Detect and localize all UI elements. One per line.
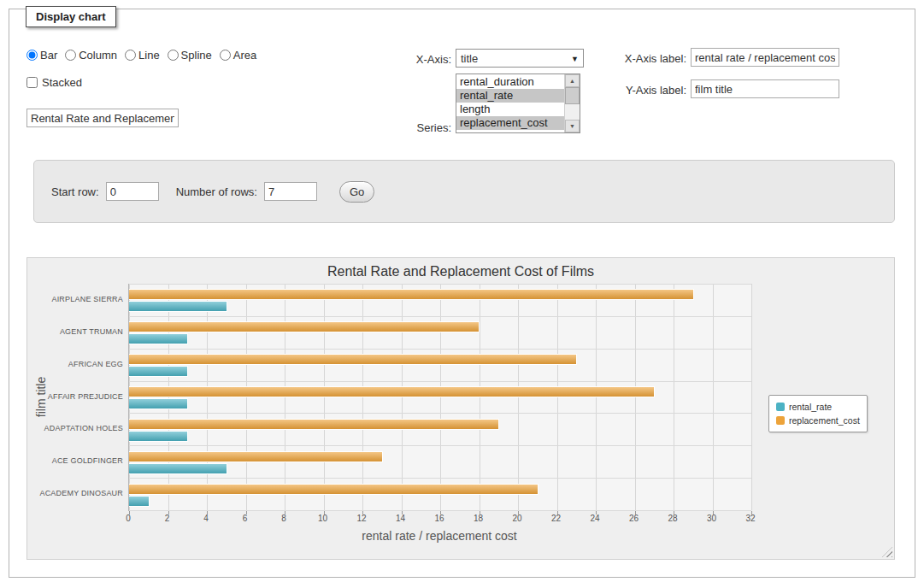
radio-label: Bar <box>40 49 57 62</box>
bar-replacement_cost <box>129 354 577 365</box>
bar-replacement_cost <box>129 321 480 332</box>
category-label: ADAPTATION HOLES <box>27 424 123 432</box>
radio-label: Spline <box>181 49 212 62</box>
legend-swatch-icon <box>776 416 785 425</box>
bar-rental_rate <box>129 431 188 442</box>
radio-spline[interactable] <box>168 50 179 61</box>
row-controls-panel: Start row: Number of rows: Go <box>33 160 895 223</box>
tick-label: 0 <box>126 514 131 523</box>
tick-label: 10 <box>318 514 327 523</box>
scroll-up-icon[interactable]: ▲ <box>565 74 580 87</box>
chart-type-option-column[interactable]: Column <box>65 49 117 62</box>
category-label: AGENT TRUMAN <box>27 327 123 336</box>
bar-replacement_cost <box>129 419 499 430</box>
category-label: ACADEMY DINOSAUR <box>27 489 123 497</box>
tick-label: 16 <box>434 514 444 523</box>
gridline <box>751 284 752 510</box>
chart-xaxis-title: rental rate / replacement cost <box>128 529 750 543</box>
gridline <box>129 349 751 350</box>
scroll-down-icon[interactable]: ▼ <box>565 120 580 132</box>
series-option-length[interactable]: length <box>456 103 565 116</box>
legend-entry-replacement_cost[interactable]: replacement_cost <box>776 414 860 427</box>
chart-legend: rental_ratereplacement_cost <box>768 395 868 432</box>
xaxis-tick-labels: 02468101214161820222426283032 <box>27 514 894 524</box>
series-options: rental_durationrental_ratelengthreplacem… <box>456 75 565 132</box>
bar-rental_rate <box>129 333 188 344</box>
radio-label: Column <box>79 49 117 62</box>
tick-label: 2 <box>165 514 170 523</box>
gridline <box>713 284 714 510</box>
display-chart-panel: Display chart BarColumnLineSplineArea St… <box>9 9 915 578</box>
stacked-checkbox[interactable] <box>26 77 38 88</box>
chart-type-option-line[interactable]: Line <box>125 49 160 62</box>
radio-area[interactable] <box>220 50 231 61</box>
bar-replacement_cost <box>129 484 539 495</box>
legend-label: replacement_cost <box>789 415 860 426</box>
plot-area <box>128 284 751 511</box>
tick-label: 6 <box>243 514 248 523</box>
series-listbox[interactable]: rental_durationrental_ratelengthreplacem… <box>456 73 580 133</box>
xaxis-select[interactable]: title ▼ <box>456 49 584 68</box>
radio-bar[interactable] <box>26 50 38 61</box>
bar-rental_rate <box>129 496 150 507</box>
tick-label: 30 <box>707 514 716 523</box>
bar-rental_rate <box>129 366 188 377</box>
stacked-checkbox-row[interactable]: Stacked <box>26 76 82 89</box>
tick-label: 22 <box>551 514 561 523</box>
radio-line[interactable] <box>125 50 136 61</box>
panel-legend: Display chart <box>26 6 116 27</box>
radio-label: Area <box>233 49 256 62</box>
series-option-rental_rate[interactable]: rental_rate <box>456 89 565 103</box>
xaxis-label-input[interactable] <box>691 48 839 67</box>
chart-type-option-area[interactable]: Area <box>220 49 256 62</box>
bar-rental_rate <box>129 398 188 409</box>
gridline <box>129 478 751 479</box>
yaxis-label-field-label: Y-Axis label: <box>608 84 686 97</box>
gridline <box>129 413 751 414</box>
start-row-label: Start row: <box>51 185 99 198</box>
scrollbar-thumb[interactable] <box>565 87 580 104</box>
bar-replacement_cost <box>129 289 694 300</box>
bar-rental_rate <box>129 463 227 474</box>
bar-rental_rate <box>129 301 227 312</box>
yaxis-label-input[interactable] <box>691 79 839 98</box>
bar-replacement_cost <box>129 386 655 397</box>
gridline <box>674 284 674 510</box>
tick-label: 28 <box>668 514 677 523</box>
stacked-label: Stacked <box>42 76 82 89</box>
category-label: AFRICAN EGG <box>27 360 123 368</box>
tick-label: 24 <box>590 514 599 523</box>
legend-entry-rental_rate[interactable]: rental_rate <box>776 400 860 414</box>
gridline <box>129 316 751 317</box>
tick-label: 26 <box>629 514 639 523</box>
tick-label: 20 <box>512 514 521 523</box>
category-label: AFFAIR PREJUDICE <box>27 392 123 401</box>
series-option-rental_duration[interactable]: rental_duration <box>456 75 565 89</box>
xaxis-selected-value: title <box>461 52 478 65</box>
series-option-replacement_cost[interactable]: replacement_cost <box>456 116 565 130</box>
tick-label: 14 <box>396 514 405 523</box>
chart-container: Rental Rate and Replacement Cost of Film… <box>26 257 895 560</box>
chevron-down-icon: ▼ <box>571 50 579 68</box>
number-of-rows-label: Number of rows: <box>176 185 257 198</box>
number-of-rows-input[interactable] <box>264 182 317 201</box>
chart-title-input[interactable] <box>26 109 179 127</box>
chart-type-option-spline[interactable]: Spline <box>168 49 212 62</box>
category-label: ACE GOLDFINGER <box>27 456 123 465</box>
tick-label: 32 <box>745 514 755 523</box>
gridline <box>129 284 751 285</box>
xaxis-label-field-label: X-Axis label: <box>608 52 686 65</box>
chart-title: Rental Rate and Replacement Cost of Film… <box>27 264 894 279</box>
tick-label: 4 <box>203 514 209 523</box>
radio-label: Line <box>138 49 160 62</box>
chart-type-option-bar[interactable]: Bar <box>26 49 57 62</box>
gridline <box>129 510 751 511</box>
xaxis-select-label: X-Axis: <box>385 53 451 66</box>
gridline <box>129 381 751 382</box>
start-row-input[interactable] <box>106 182 159 201</box>
listbox-scrollbar[interactable]: ▲ ▼ <box>564 74 580 132</box>
category-label: AIRPLANE SIERRA <box>27 295 123 303</box>
resize-handle-icon[interactable] <box>882 547 892 557</box>
go-button[interactable]: Go <box>339 181 374 203</box>
radio-column[interactable] <box>65 50 76 61</box>
